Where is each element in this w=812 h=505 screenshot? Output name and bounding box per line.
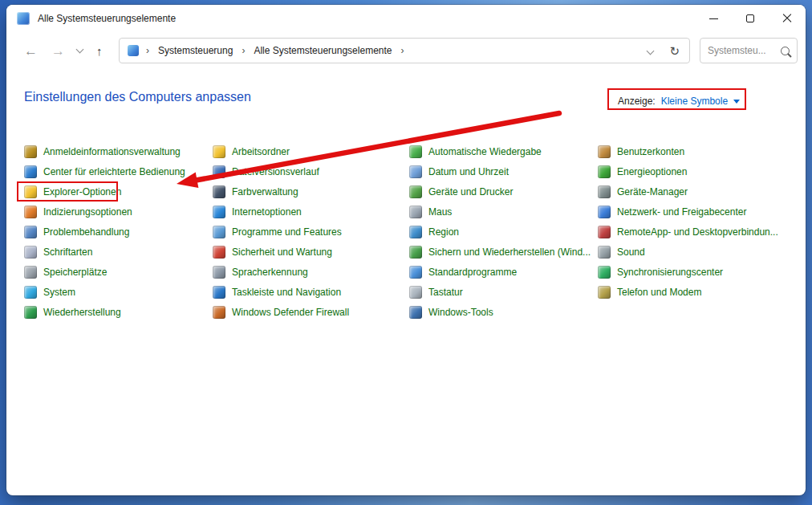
security-flag-icon — [213, 246, 225, 259]
control-panel-item-label: Wiederherstellung — [43, 307, 121, 318]
control-panel-item[interactable]: Farbverwaltung — [213, 181, 409, 202]
control-panel-item[interactable]: Geräte-Manager — [598, 181, 798, 202]
folder-check-icon — [24, 185, 37, 198]
control-panel-icon — [128, 45, 139, 56]
control-panel-item-label: Netzwerk- und Freigabecenter — [617, 206, 746, 218]
control-panel-item-label: Indizierungsoptionen — [43, 206, 132, 218]
control-panel-item[interactable]: Sound — [598, 242, 798, 262]
control-panel-item-label: Datum und Uhrzeit — [428, 166, 509, 177]
view-by-control: Anzeige: Kleine Symbole — [618, 93, 740, 109]
view-by-label: Anzeige: — [618, 96, 656, 107]
control-panel-item-label: Center für erleichterte Bedienung — [43, 166, 185, 177]
control-panel-item[interactable]: Center für erleichterte Bedienung — [24, 161, 213, 181]
control-panel-item[interactable]: Sicherheit und Wartung — [213, 242, 409, 262]
control-panel-item[interactable]: Windows-Tools — [409, 302, 598, 322]
control-panel-item[interactable]: Taskleiste und Navigation — [213, 282, 409, 302]
region-globe-icon — [409, 226, 422, 238]
control-panel-item-label: Spracherkennung — [232, 267, 308, 278]
search-icon[interactable] — [781, 47, 790, 55]
refresh-icon[interactable]: ↻ — [669, 45, 680, 57]
control-panel-item-label: Sicherheit und Wartung — [232, 246, 332, 258]
power-plug-icon — [598, 165, 611, 178]
control-panel-item-label: Maus — [428, 206, 452, 218]
file-history-icon — [213, 165, 225, 178]
window-controls — [695, 5, 806, 32]
control-panel-item[interactable]: Energieoptionen — [598, 161, 798, 181]
computer-icon — [24, 286, 37, 299]
recent-locations-chevron-icon[interactable] — [76, 46, 84, 54]
control-panel-item[interactable]: Synchronisierungscenter — [598, 262, 798, 282]
work-folders-icon — [213, 145, 225, 158]
control-panel-item-label: Synchronisierungscenter — [617, 267, 723, 278]
control-panel-item-label: Sound — [617, 246, 645, 258]
fonts-icon — [24, 246, 37, 259]
control-panel-item[interactable]: Spracherkennung — [213, 262, 409, 282]
control-panel-item[interactable]: Netzwerk- und Freigabecenter — [598, 202, 798, 222]
breadcrumb-chevron-icon[interactable]: › — [234, 45, 252, 56]
control-panel-item[interactable]: Anmeldeinformationsverwaltung — [24, 141, 213, 161]
forward-button[interactable]: → — [51, 44, 65, 58]
tools-icon — [409, 306, 422, 319]
speech-mic-icon — [213, 266, 225, 279]
control-panel-item[interactable]: Standardprogramme — [409, 262, 598, 282]
control-panel-item-label: Farbverwaltung — [232, 186, 298, 198]
up-button[interactable]: ↑ — [96, 45, 103, 57]
control-panel-item[interactable]: Maus — [409, 202, 598, 222]
items-grid: AnmeldeinformationsverwaltungCenter für … — [24, 141, 798, 322]
control-panel-item[interactable]: Internetoptionen — [213, 202, 409, 222]
address-bar-actions: ↻ — [648, 45, 680, 57]
maximize-icon — [746, 14, 754, 22]
minimize-button[interactable] — [695, 5, 732, 32]
breadcrumb-item[interactable]: Systemsteuerung — [156, 45, 234, 56]
close-button[interactable] — [769, 5, 806, 32]
control-panel-item[interactable]: Telefon und Modem — [598, 282, 798, 302]
control-panel-item-label: Tastatur — [428, 287, 463, 298]
address-dropdown-chevron-icon[interactable] — [647, 47, 655, 55]
control-panel-item[interactable]: Datum und Uhrzeit — [409, 161, 598, 181]
control-panel-item[interactable]: Problembehandlung — [24, 222, 213, 242]
device-manager-icon — [598, 185, 611, 198]
breadcrumb-item[interactable]: Alle Systemsteuerungselemente — [252, 45, 393, 56]
back-button[interactable]: ← — [24, 44, 38, 58]
breadcrumb-chevron-icon[interactable]: › — [139, 45, 156, 56]
maximize-button[interactable] — [732, 5, 769, 32]
control-panel-item[interactable]: RemoteApp- und Desktopverbindun... — [598, 222, 798, 242]
address-bar[interactable]: ›Systemsteuerung›Alle Systemsteuerungsel… — [119, 38, 690, 63]
breadcrumb-chevron-icon[interactable]: › — [393, 45, 411, 56]
control-panel-item[interactable]: Region — [409, 222, 598, 242]
control-panel-window: Alle Systemsteuerungselemente ← → ↑ ›Sys… — [6, 5, 806, 495]
control-panel-item-label: Region — [428, 226, 459, 238]
control-panel-item[interactable]: Windows Defender Firewall — [213, 302, 409, 322]
window-title: Alle Systemsteuerungselemente — [38, 13, 176, 24]
title-bar: Alle Systemsteuerungselemente — [6, 5, 806, 32]
firewall-icon — [213, 306, 225, 319]
control-panel-item[interactable]: Explorer-Optionen — [24, 181, 213, 202]
search-input[interactable] — [708, 45, 778, 56]
keyboard-icon — [409, 286, 422, 299]
control-panel-item[interactable]: Tastatur — [409, 282, 598, 302]
control-panel-item[interactable]: Programme und Features — [213, 222, 409, 242]
control-panel-item[interactable]: System — [24, 282, 213, 302]
control-panel-item[interactable]: Wiederherstellung — [24, 302, 213, 322]
control-panel-item[interactable]: Indizierungsoptionen — [24, 202, 213, 222]
view-by-value[interactable]: Kleine Symbole — [661, 96, 728, 107]
search-box[interactable] — [700, 38, 798, 63]
control-panel-item[interactable]: Sichern und Wiederherstellen (Wind... — [409, 242, 598, 262]
view-dropdown-caret-icon[interactable] — [733, 100, 740, 104]
ease-of-access-icon — [24, 165, 37, 178]
control-panel-item[interactable]: Arbeitsordner — [213, 141, 409, 161]
page-title: Einstellungen des Computers anpassen — [24, 90, 251, 104]
control-panel-item[interactable]: Geräte und Drucker — [409, 181, 598, 202]
troubleshooting-icon — [24, 226, 37, 238]
control-panel-item-label: RemoteApp- und Desktopverbindun... — [617, 226, 778, 238]
control-panel-item[interactable]: Automatische Wiedergabe — [409, 141, 598, 161]
control-panel-item[interactable]: Speicherplätze — [24, 262, 213, 282]
control-panel-item[interactable]: Benutzerkonten — [598, 141, 798, 161]
control-panel-item-label: Energieoptionen — [617, 166, 687, 177]
control-panel-item-label: Explorer-Optionen — [43, 186, 121, 198]
speaker-icon — [598, 246, 611, 259]
control-panel-item[interactable]: Schriftarten — [24, 242, 213, 262]
control-panel-item-label: Sichern und Wiederherstellen (Wind... — [428, 246, 591, 258]
mouse-icon — [409, 206, 422, 218]
control-panel-item[interactable]: Dateiversionsverlauf — [213, 161, 409, 181]
